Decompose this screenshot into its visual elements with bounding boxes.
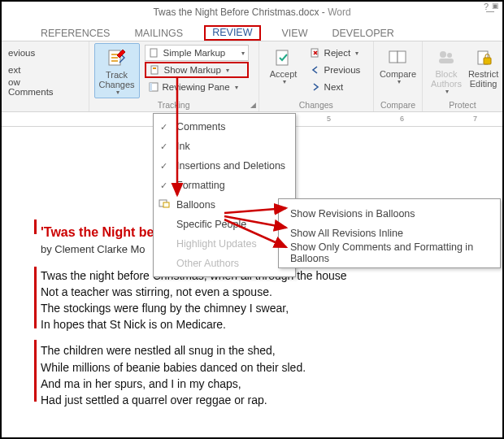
next-change-button[interactable]: Next <box>306 79 364 95</box>
doc-line: The children were nestled all snug in th… <box>41 343 491 358</box>
svg-rect-6 <box>276 50 288 65</box>
group-comments: evious ext ow Comments <box>2 41 89 111</box>
svg-rect-16 <box>163 202 169 207</box>
group-changes: Accept ▾ Reject▾ Previous Next Changes <box>259 41 374 111</box>
tab-mailings[interactable]: MAILINGS <box>131 26 186 41</box>
menu-item-show-revisions-inline[interactable]: Show All Revisions Inline <box>279 224 500 243</box>
doc-line: In hopes that St Nick is on Medicare. <box>41 317 491 332</box>
chevron-down-icon: ▾ <box>241 50 245 57</box>
group-label-compare: Compare <box>374 100 422 110</box>
doc-line: And ma in her spurs, and I in my chaps, <box>41 376 491 391</box>
menu-item-other-authors: Other Authors <box>154 254 295 273</box>
svg-rect-2 <box>151 66 158 74</box>
menu-item-balloons[interactable]: Balloons▶ <box>154 195 295 215</box>
chevron-down-icon: ▾ <box>116 89 119 97</box>
restrict-editing-button[interactable]: Restrict Editing <box>465 43 502 98</box>
track-changes-icon <box>105 47 129 70</box>
menu-item-specific-people[interactable]: Specific People▶ <box>154 215 295 234</box>
check-icon: ✓ <box>160 161 167 172</box>
group-label-protect: Protect <box>423 100 502 110</box>
tab-developer[interactable]: DEVELOPER <box>328 26 397 41</box>
previous-comment-button[interactable]: evious <box>5 45 54 61</box>
app-name: Word <box>328 7 350 18</box>
previous-icon <box>310 64 321 76</box>
tab-references[interactable]: REFERENCES <box>37 26 113 41</box>
show-markup-menu: ✓Comments ✓Ink ✓Insertions and Deletions… <box>153 113 296 277</box>
chevron-down-icon: ▾ <box>445 89 449 96</box>
check-icon: ✓ <box>160 141 167 152</box>
next-icon <box>310 81 321 93</box>
group-tracking: Track Changes ▾ Simple Markup ▾ Show Mar… <box>89 41 259 111</box>
next-comment-button[interactable]: ext <box>5 62 54 78</box>
block-authors-icon <box>434 46 458 69</box>
minimize-button[interactable]: — <box>478 2 502 20</box>
display-for-review-dropdown[interactable]: Simple Markup ▾ <box>145 45 249 61</box>
doc-line: While millions of beanie babies danced o… <box>41 360 491 375</box>
change-bar <box>34 340 37 402</box>
accept-button[interactable]: Accept ▾ <box>264 43 303 98</box>
doc-line: The stockings were flung by the chimney … <box>41 301 491 315</box>
reject-icon <box>310 47 321 59</box>
check-icon: ✓ <box>160 180 167 191</box>
svg-rect-12 <box>439 59 454 63</box>
doc-line: Not a teacher was stirring, not even a s… <box>41 285 491 299</box>
reviewing-pane-dropdown[interactable]: Reviewing Pane ▾ <box>145 79 249 95</box>
tab-view[interactable]: VIEW <box>279 26 311 41</box>
svg-rect-1 <box>150 49 157 57</box>
group-protect: Block Authors ▾ Restrict Editing Protect <box>423 41 502 111</box>
group-label-changes: Changes <box>259 100 373 110</box>
svg-rect-5 <box>150 83 152 91</box>
group-compare: Compare ▾ Compare <box>374 41 423 111</box>
menu-item-ink[interactable]: ✓Ink <box>154 137 295 156</box>
svg-point-10 <box>440 51 446 58</box>
restrict-editing-icon <box>471 46 496 69</box>
show-markup-dropdown[interactable]: Show Markup ▾ <box>145 62 249 78</box>
menu-item-highlight-updates: Highlight Updates <box>154 234 295 254</box>
reviewing-pane-icon <box>148 81 159 93</box>
chevron-down-icon: ▾ <box>398 79 401 86</box>
svg-rect-3 <box>153 67 156 69</box>
svg-rect-14 <box>484 58 491 64</box>
title-bar: Twas the Night Before Christmas.docx - W… <box>2 2 502 23</box>
chevron-down-icon: ▾ <box>235 84 238 91</box>
previous-change-button[interactable]: Previous <box>306 62 364 78</box>
doc-title: Twas the Night Before Christmas.docx <box>153 7 319 18</box>
svg-rect-8 <box>389 51 398 63</box>
compare-icon <box>386 46 411 69</box>
menu-item-show-revisions-balloons[interactable]: Show Revisions in Balloons <box>279 204 500 224</box>
group-label-tracking: Tracking <box>89 100 259 110</box>
menu-item-comments[interactable]: ✓Comments <box>154 117 295 137</box>
reject-button[interactable]: Reject▾ <box>306 45 364 61</box>
show-comments-button[interactable]: ow Comments <box>5 79 54 95</box>
svg-rect-9 <box>398 51 406 63</box>
menu-item-show-only-comments[interactable]: Show Only Comments and Formatting in Bal… <box>279 243 500 263</box>
track-changes-button[interactable]: Track Changes ▾ <box>94 43 140 98</box>
balloons-submenu: Show Revisions in Balloons Show All Revi… <box>278 198 501 268</box>
dialog-launcher-icon[interactable]: ◢ <box>250 101 256 109</box>
tab-review[interactable]: REVIEW <box>204 25 260 41</box>
chevron-down-icon: ▾ <box>355 50 358 57</box>
compare-button[interactable]: Compare ▾ <box>379 43 417 98</box>
doc-line: Had just settled a quarrel over reggae o… <box>41 393 491 407</box>
menu-item-formatting[interactable]: ✓Formatting <box>154 176 295 195</box>
markup-icon <box>149 47 160 59</box>
accept-icon <box>272 46 296 69</box>
chevron-down-icon: ▾ <box>283 79 286 86</box>
svg-point-11 <box>447 53 452 58</box>
block-authors-button[interactable]: Block Authors ▾ <box>428 43 465 98</box>
ribbon: evious ext ow Comments Track Changes ▾ S… <box>2 41 502 112</box>
chevron-down-icon: ▾ <box>226 67 229 74</box>
change-bar <box>34 220 37 234</box>
show-markup-icon <box>150 64 161 76</box>
ribbon-tabs: REFERENCES MAILINGS REVIEW VIEW DEVELOPE… <box>2 23 502 41</box>
menu-item-insertions-deletions[interactable]: ✓Insertions and Deletions <box>154 156 295 176</box>
check-icon: ✓ <box>160 122 167 133</box>
change-bar <box>34 267 37 328</box>
balloons-icon <box>159 198 172 211</box>
